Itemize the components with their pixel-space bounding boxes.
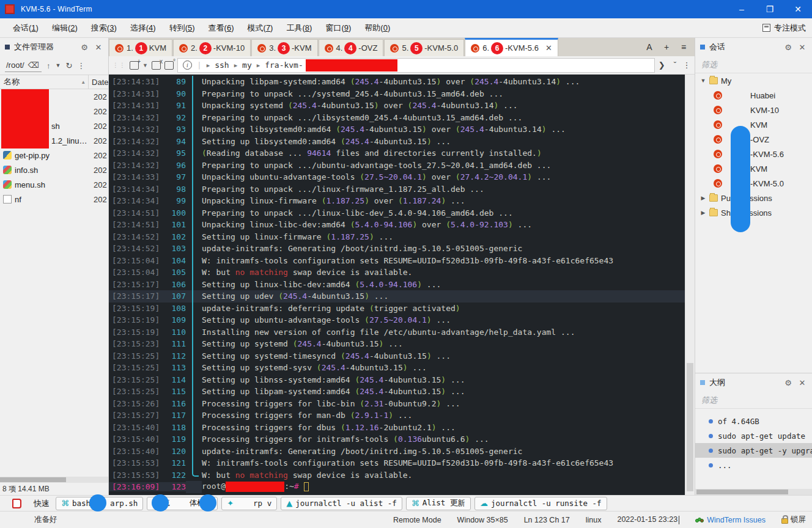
- breadcrumb-my[interactable]: my: [242, 61, 252, 70]
- breadcrumb-ssh[interactable]: ssh: [215, 61, 229, 70]
- file-manager-title: 文件管理器: [14, 42, 75, 53]
- panel-close-icon[interactable]: ✕: [94, 43, 103, 52]
- menu-item-6[interactable]: 查看(6): [202, 23, 241, 34]
- session-folder[interactable]: ▶Shell sessions: [695, 205, 812, 220]
- column-header-date[interactable]: Date: [89, 78, 108, 87]
- terminal-vscrollbar[interactable]: [685, 75, 695, 495]
- outline-hscrollbar[interactable]: [695, 489, 812, 495]
- chevron-right-icon[interactable]: ▶: [700, 210, 706, 216]
- gear-icon[interactable]: ⚙: [79, 43, 89, 52]
- close-tab-icon[interactable]: [152, 61, 161, 70]
- outline-item[interactable]: ...: [695, 458, 812, 472]
- block-guide: [186, 147, 202, 160]
- line-timestamp: [23:15:26]: [109, 399, 161, 408]
- lock-screen-button[interactable]: 锁屏: [781, 515, 806, 525]
- menu-item-1[interactable]: 会话(1): [6, 23, 45, 34]
- menu-item-9[interactable]: 窗口(9): [319, 23, 358, 34]
- file-panel-status: 8 项 14.41 MB: [0, 483, 108, 495]
- tab-menu-button[interactable]: ≡: [676, 42, 691, 52]
- chevron-down-icon[interactable]: ▼: [56, 62, 61, 68]
- more-icon[interactable]: ⋮: [682, 61, 691, 70]
- session-folder-my[interactable]: ▼My: [695, 73, 812, 88]
- sessions-filter-input[interactable]: 筛选: [695, 56, 812, 73]
- session-item[interactable]: KVM: [695, 161, 812, 176]
- panel-close-icon[interactable]: ✕: [797, 43, 807, 52]
- gear-icon[interactable]: ⚙: [783, 378, 793, 387]
- chevron-right-icon[interactable]: ▶: [700, 195, 706, 201]
- tab-label: KVM: [149, 43, 166, 53]
- path-input[interactable]: /root/ ⌫: [5, 59, 42, 72]
- breadcrumb[interactable]: i | ▶ ssh ▶ my ▶ fra-kvm-: [177, 58, 655, 73]
- breadcrumb-host[interactable]: fra-kvm-: [265, 61, 303, 70]
- file-row[interactable]: nf202: [0, 192, 108, 207]
- panel-close-icon[interactable]: ✕: [797, 378, 807, 387]
- terminal-line: [23:14:52]102Setting up linux-firmware (…: [109, 231, 685, 243]
- tab-1[interactable]: 1.1KVM: [109, 39, 172, 56]
- line-number: 92: [161, 113, 186, 122]
- session-item[interactable]: -OVZ: [695, 132, 812, 147]
- font-size-button[interactable]: A: [642, 42, 657, 52]
- file-date: 202: [90, 107, 107, 116]
- chevron-down-icon[interactable]: ▼: [142, 62, 148, 68]
- file-row[interactable]: menu.sh202: [0, 177, 108, 192]
- more-icon[interactable]: ⋮: [77, 61, 85, 70]
- session-item[interactable]: -KVM-5.0: [695, 176, 812, 191]
- send-icon[interactable]: ❯: [659, 61, 665, 70]
- quick-button-5[interactable]: ⌘Alist 更新: [406, 497, 471, 510]
- file-panel-hscrollbar[interactable]: [0, 477, 108, 483]
- quick-button-4[interactable]: ▲journalctl -u alist -f: [281, 497, 402, 510]
- tab-6[interactable]: 6.6-KVM-5.6✕: [465, 38, 558, 56]
- maximize-button[interactable]: ❐: [756, 0, 784, 18]
- tab-4[interactable]: 4.4-OVZ: [319, 39, 384, 56]
- new-tab-button[interactable]: +: [659, 42, 674, 52]
- column-header-name[interactable]: 名称 ▲: [0, 75, 89, 89]
- outline-item[interactable]: sudo apt-get -y upgrad: [695, 443, 812, 458]
- outline-item[interactable]: sudo apt-get update: [695, 428, 812, 443]
- expand-icon[interactable]: ˇ: [674, 61, 676, 70]
- file-row[interactable]: get-pip.py202: [0, 148, 108, 163]
- menu-item-4[interactable]: 选择(4): [124, 23, 163, 34]
- menu-item-8[interactable]: 工具(8): [279, 23, 319, 34]
- close-button[interactable]: ✕: [784, 0, 812, 18]
- refresh-icon[interactable]: ↻: [65, 61, 72, 70]
- session-item[interactable]: Huabei: [695, 88, 812, 103]
- session-item[interactable]: -KVM-5.6: [695, 147, 812, 161]
- book-icon[interactable]: [12, 499, 21, 508]
- menu-item-0[interactable]: 帮助(0): [358, 23, 397, 34]
- quick-button-3[interactable]: ✦rp v: [221, 497, 277, 510]
- windterm-issues-link[interactable]: WindTerm Issues: [695, 516, 766, 524]
- file-name: menu.sh: [0, 177, 90, 192]
- file-name: info.sh: [0, 163, 90, 177]
- tab-2[interactable]: 2.2-KVM-10: [173, 39, 251, 56]
- file-row[interactable]: info.sh202: [0, 163, 108, 177]
- menu-item-5[interactable]: 转到(5): [163, 23, 202, 34]
- outline-filter-input[interactable]: 筛选: [695, 392, 812, 409]
- line-timestamp: [23:14:32]: [109, 137, 161, 146]
- info-icon[interactable]: i: [183, 61, 192, 70]
- minimize-button[interactable]: –: [728, 0, 756, 18]
- up-directory-icon[interactable]: ↑: [46, 61, 51, 70]
- session-folder[interactable]: ▶Putty sessions: [695, 191, 812, 205]
- terminal-output[interactable]: [23:14:31]89Unpacking libpam-systemd:amd…: [109, 75, 685, 495]
- tab-close-icon[interactable]: ✕: [545, 43, 552, 53]
- block-guide: [186, 362, 202, 374]
- duplicate-tab-icon[interactable]: [164, 61, 174, 70]
- menu-item-7[interactable]: 模式(7): [241, 23, 280, 34]
- clear-path-icon[interactable]: ⌫: [28, 61, 39, 70]
- menu-item-3[interactable]: 搜索(3): [84, 23, 124, 34]
- session-item[interactable]: KVM-10: [695, 103, 812, 117]
- folder-icon: [709, 209, 718, 216]
- menu-item-2[interactable]: 编辑(2): [45, 23, 84, 34]
- tab-5[interactable]: 5.5-KVM-5.0: [384, 39, 464, 56]
- terminal-line: [23:15:40]118Processing triggers for dbu…: [109, 422, 685, 434]
- ubuntu-icon: [115, 44, 124, 53]
- outline-item[interactable]: of 4.64GB: [695, 414, 812, 428]
- focus-mode-toggle[interactable]: 专注模式: [762, 23, 806, 34]
- chevron-down-icon[interactable]: ▼: [700, 78, 706, 84]
- new-tab-icon[interactable]: [130, 61, 139, 70]
- quick-button-6[interactable]: ☁journalctl -u runsite -f: [474, 497, 607, 510]
- session-item[interactable]: KVM: [695, 117, 812, 132]
- tab-3[interactable]: 3.3-KVM: [251, 39, 317, 56]
- gear-icon[interactable]: ⚙: [783, 43, 793, 52]
- terminal-line: [23:15:26]116Processing triggers for lib…: [109, 398, 685, 410]
